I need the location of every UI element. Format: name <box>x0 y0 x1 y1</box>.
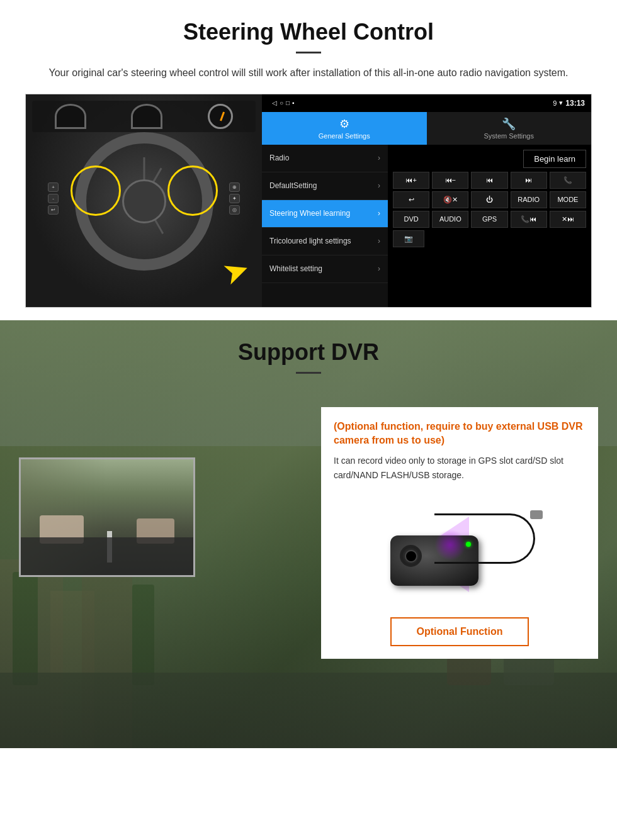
menu-tricoloured-label: Tricoloured light settings <box>269 237 351 245</box>
arrow-indicator: ➤ <box>217 249 254 293</box>
dvr-right: (Optional function, require to buy exter… <box>321 407 598 666</box>
nav-home: ○ <box>280 99 283 106</box>
android-panel: ◁ ○ □ ▪ 9 ▾ 13:13 ⚙ General Settings <box>262 94 591 307</box>
android-tabs[interactable]: ⚙ General Settings 🔧 System Settings <box>262 112 591 145</box>
right-controls: ⊕ ✦ ◎ <box>229 182 240 215</box>
dvr-optional-title: (Optional function, require to buy exter… <box>334 420 586 448</box>
dvr-camera-area <box>334 491 586 605</box>
status-time: 13:13 <box>565 99 585 108</box>
left-controls: + - ↩ <box>48 182 59 215</box>
ctrl-next[interactable]: ⏭ <box>511 172 547 189</box>
menu-whitelist-label: Whitelist setting <box>269 264 322 273</box>
usb-plug <box>530 510 543 519</box>
ctrl-phone-prev[interactable]: 📞⏮ <box>511 211 547 228</box>
dvr-screenshot <box>19 457 195 577</box>
android-menu: Radio › DefaultSetting › Steering Wheel … <box>262 145 388 307</box>
control-buttons: ⏮+ ⏮− ⏮ ⏭ 📞 ↩ 🔇✕ ⏻ RADIO MODE <box>393 172 586 247</box>
tab-general[interactable]: ⚙ General Settings <box>262 112 427 145</box>
divider1 <box>296 52 321 53</box>
ctrl-phone[interactable]: 📞 <box>550 172 586 189</box>
ctrl-prev[interactable]: ⏮ <box>471 172 507 189</box>
begin-learn-button[interactable]: Begin learn <box>523 150 586 168</box>
menu-radio-label: Radio <box>269 154 289 162</box>
camera-light-effect <box>434 529 466 561</box>
ctrl-vol-up[interactable]: ⏮+ <box>393 172 429 189</box>
menu-whitelist-arrow: › <box>378 264 380 273</box>
ctrl-camera[interactable]: 📷 <box>393 230 424 247</box>
ctrl-audio[interactable]: AUDIO <box>432 211 468 228</box>
ctrl-gps[interactable]: GPS <box>471 211 507 228</box>
general-settings-icon: ⚙ <box>339 117 349 131</box>
menu-radio-arrow: › <box>378 154 380 162</box>
optional-function-button[interactable]: Optional Function <box>390 617 529 646</box>
steering-title: Steering Wheel Control <box>25 19 592 45</box>
steering-section: Steering Wheel Control Your original car… <box>0 0 617 320</box>
tab-general-label: General Settings <box>319 132 370 140</box>
dvr-screenshot-inner <box>21 459 193 575</box>
ctrl-back[interactable]: ↩ <box>393 191 429 208</box>
status-icons: 9 ▾ 13:13 <box>553 99 585 108</box>
ctrl-row-1: ⏮+ ⏮− ⏮ ⏭ 📞 <box>393 172 586 189</box>
wifi-icon: ▾ <box>559 99 563 107</box>
steering-wheel-image: ➤ + - ↩ ⊕ ✦ ◎ <box>26 94 262 308</box>
android-statusbar: ◁ ○ □ ▪ 9 ▾ 13:13 <box>262 94 591 112</box>
left-button-highlight <box>71 165 121 216</box>
dvr-content: (Optional function, require to buy exter… <box>0 395 617 678</box>
nav-back: ◁ <box>272 99 277 106</box>
steering-wheel <box>75 132 213 271</box>
dvr-left <box>19 407 308 577</box>
dvr-section: Support DVR (Optional function, requir <box>0 320 617 748</box>
dvr-description: It can record video only to storage in G… <box>334 454 586 482</box>
tab-system-label: System Settings <box>484 132 534 140</box>
nav-cast: ▪ <box>292 99 295 106</box>
control-panel: Begin learn ⏮+ ⏮− ⏮ ⏭ 📞 ↩ <box>388 145 591 307</box>
tab-system[interactable]: 🔧 System Settings <box>427 112 592 145</box>
lens-inner <box>405 550 417 563</box>
divider2 <box>296 372 321 374</box>
menu-default-label: DefaultSetting <box>269 181 317 190</box>
menu-whitelist[interactable]: Whitelist setting › <box>262 255 388 283</box>
dvr-camera-image <box>371 498 548 598</box>
right-button-highlight <box>167 165 218 216</box>
menu-tricoloured[interactable]: Tricoloured light settings › <box>262 228 388 255</box>
dvr-info-box: (Optional function, require to buy exter… <box>321 407 598 659</box>
dvr-title: Support DVR <box>0 339 617 366</box>
menu-defaultsetting[interactable]: DefaultSetting › <box>262 172 388 200</box>
dvr-header: Support DVR <box>0 320 617 395</box>
menu-tricoloured-arrow: › <box>378 237 380 245</box>
steering-hub <box>122 179 166 223</box>
steering-wheel-bg: ➤ + - ↩ ⊕ ✦ ◎ <box>26 94 262 308</box>
nav-recent: □ <box>286 99 290 106</box>
system-settings-icon: 🔧 <box>502 117 516 131</box>
ctrl-row-2: ↩ 🔇✕ ⏻ RADIO MODE <box>393 191 586 208</box>
ctrl-mode[interactable]: MODE <box>550 191 586 208</box>
menu-radio[interactable]: Radio › <box>262 145 388 172</box>
menu-steering-arrow: › <box>378 209 380 218</box>
steering-content: ➤ + - ↩ ⊕ ✦ ◎ ◁ ○ □ <box>25 94 592 308</box>
ctrl-vol-down[interactable]: ⏮− <box>432 172 468 189</box>
menu-default-arrow: › <box>378 181 380 190</box>
menu-steering-label: Steering Wheel learning <box>269 209 350 218</box>
status-left: ◁ ○ □ ▪ <box>268 99 549 106</box>
camera-lens <box>400 545 422 567</box>
ctrl-mute[interactable]: 🔇✕ <box>432 191 468 208</box>
ctrl-radio[interactable]: RADIO <box>511 191 547 208</box>
android-content: Radio › DefaultSetting › Steering Wheel … <box>262 145 591 307</box>
ctrl-row-3: DVD AUDIO GPS 📞⏮ ✕⏭ <box>393 211 586 228</box>
optional-function-container: Optional Function <box>334 617 586 646</box>
ctrl-power[interactable]: ⏻ <box>471 191 507 208</box>
menu-steering-wheel[interactable]: Steering Wheel learning › <box>262 200 388 228</box>
ctrl-row-4: 📷 <box>393 230 586 247</box>
ctrl-x-next[interactable]: ✕⏭ <box>550 211 586 228</box>
steering-description: Your original car's steering wheel contr… <box>38 65 579 81</box>
signal-icon: 9 <box>553 99 557 107</box>
ctrl-dvd[interactable]: DVD <box>393 211 429 228</box>
dvr-road <box>21 537 193 575</box>
begin-learn-row: Begin learn <box>393 150 586 168</box>
